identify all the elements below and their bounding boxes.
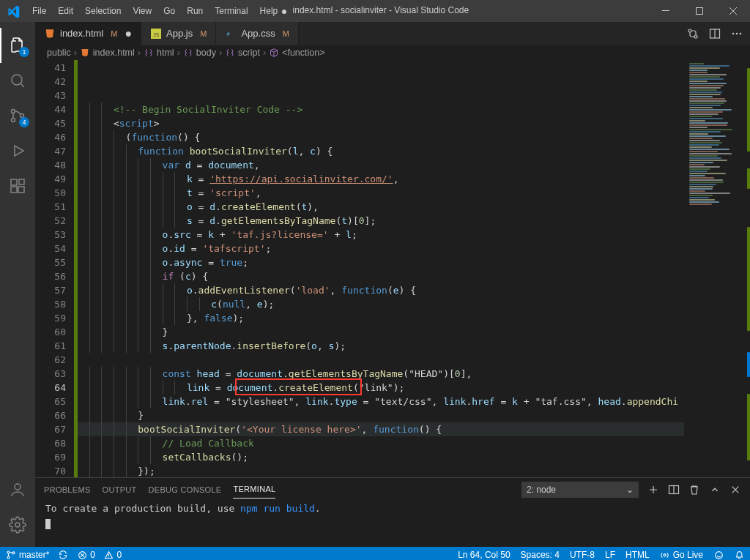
error-icon bbox=[77, 550, 87, 560]
terminal-cursor bbox=[45, 519, 51, 529]
svg-rect-0 bbox=[662, 10, 669, 11]
svg-point-19 bbox=[732, 33, 735, 35]
panel: PROBLEMS OUTPUT DEBUG CONSOLE TERMINAL 2… bbox=[35, 477, 750, 547]
svg-point-4 bbox=[12, 119, 15, 122]
code-area[interactable]: <!-- Begin SocialInviter Code --> <scrip… bbox=[76, 60, 684, 477]
maximize-panel-icon[interactable] bbox=[709, 484, 721, 496]
line-gutter: 4142434445464748495051525354555657585960… bbox=[35, 60, 76, 477]
more-actions-icon[interactable] bbox=[731, 28, 743, 40]
status-spaces[interactable]: Spaces: 4 bbox=[521, 550, 560, 560]
activity-settings[interactable] bbox=[0, 507, 35, 542]
bell-icon bbox=[734, 550, 744, 560]
vscode-logo-icon bbox=[0, 5, 26, 18]
svg-text:JS: JS bbox=[153, 31, 159, 37]
svg-point-10 bbox=[15, 484, 21, 490]
status-golive[interactable]: Go Live bbox=[660, 550, 703, 560]
menu-edit[interactable]: Edit bbox=[52, 0, 79, 22]
status-encoding[interactable]: UTF-8 bbox=[570, 550, 595, 560]
status-feedback[interactable] bbox=[713, 550, 724, 560]
status-bell[interactable] bbox=[734, 550, 744, 560]
activity-search[interactable] bbox=[0, 63, 35, 98]
status-language[interactable]: HTML bbox=[625, 550, 650, 560]
panel-tab-output[interactable]: OUTPUT bbox=[103, 481, 137, 499]
close-button[interactable] bbox=[716, 0, 750, 22]
status-eol[interactable]: LF bbox=[605, 550, 615, 560]
tab-dirty-icon: ● bbox=[125, 27, 132, 40]
editor-tabs: index.html M ● JS App.js M # App.css M bbox=[35, 22, 750, 45]
status-problems[interactable]: 0 0 bbox=[77, 550, 122, 560]
editor[interactable]: 4142434445464748495051525354555657585960… bbox=[35, 60, 750, 477]
menu-run[interactable]: Run bbox=[181, 0, 209, 22]
status-bar: master* 0 0 Ln 64, Col 50 Spaces: 4 UTF-… bbox=[0, 547, 750, 560]
title-bar: File Edit Selection View Go Run Terminal… bbox=[0, 0, 750, 22]
svg-text:#: # bbox=[227, 31, 231, 37]
tab-label: App.js bbox=[166, 28, 193, 39]
activity-scm[interactable]: 4 bbox=[0, 98, 35, 133]
panel-tab-debug[interactable]: DEBUG CONSOLE bbox=[149, 481, 222, 499]
cube-icon bbox=[269, 48, 279, 58]
branch-icon bbox=[6, 550, 16, 560]
tab-app-js[interactable]: JS App.js M bbox=[141, 22, 216, 45]
svg-point-25 bbox=[7, 556, 10, 559]
status-cursor[interactable]: Ln 64, Col 50 bbox=[458, 550, 510, 560]
status-sync[interactable] bbox=[58, 550, 68, 560]
tab-index-html[interactable]: index.html M ● bbox=[35, 22, 141, 45]
minimap[interactable] bbox=[684, 60, 750, 477]
activity-extensions[interactable] bbox=[0, 168, 35, 204]
activity-debug[interactable] bbox=[0, 133, 35, 168]
svg-rect-8 bbox=[18, 187, 24, 193]
split-editor-icon[interactable] bbox=[709, 28, 721, 40]
terminal-selector[interactable]: 2: node⌄ bbox=[521, 482, 639, 498]
breadcrumb[interactable]: public› index.html› html› body› script› … bbox=[35, 45, 750, 60]
menu-terminal[interactable]: Terminal bbox=[209, 0, 253, 22]
status-branch[interactable]: master* bbox=[6, 550, 49, 560]
close-panel-icon[interactable] bbox=[729, 484, 741, 496]
explorer-badge: 1 bbox=[19, 47, 29, 57]
split-terminal-icon[interactable] bbox=[668, 484, 680, 496]
svg-point-21 bbox=[740, 33, 742, 35]
svg-point-28 bbox=[664, 553, 666, 556]
svg-rect-1 bbox=[697, 8, 703, 15]
menu-help[interactable]: Help bbox=[254, 0, 284, 22]
compare-changes-icon[interactable] bbox=[687, 28, 699, 40]
menu-bar: File Edit Selection View Go Run Terminal… bbox=[26, 0, 283, 22]
activity-account[interactable] bbox=[0, 472, 35, 507]
editor-region: index.html M ● JS App.js M # App.css M bbox=[35, 22, 750, 547]
panel-tab-problems[interactable]: PROBLEMS bbox=[44, 481, 91, 499]
svg-rect-9 bbox=[19, 179, 24, 184]
symbol-icon bbox=[183, 48, 193, 58]
tabs-actions bbox=[687, 22, 750, 45]
svg-point-3 bbox=[12, 110, 15, 113]
svg-point-20 bbox=[736, 33, 738, 35]
minimize-button[interactable] bbox=[649, 0, 683, 22]
html-file-icon bbox=[80, 48, 90, 58]
svg-point-11 bbox=[15, 523, 20, 527]
svg-point-15 bbox=[688, 29, 691, 32]
svg-point-16 bbox=[694, 35, 697, 38]
svg-rect-6 bbox=[11, 179, 17, 185]
activity-explorer[interactable]: 1 bbox=[0, 28, 35, 63]
feedback-icon bbox=[713, 550, 724, 560]
panel-tabs: PROBLEMS OUTPUT DEBUG CONSOLE TERMINAL 2… bbox=[35, 478, 750, 501]
js-file-icon: JS bbox=[150, 28, 162, 40]
menu-view[interactable]: View bbox=[127, 0, 157, 22]
menu-file[interactable]: File bbox=[26, 0, 52, 22]
maximize-button[interactable] bbox=[683, 0, 716, 22]
new-terminal-icon[interactable] bbox=[647, 484, 659, 496]
panel-tab-terminal[interactable]: TERMINAL bbox=[233, 480, 275, 499]
symbol-icon bbox=[225, 48, 235, 58]
svg-point-24 bbox=[7, 551, 10, 553]
tab-modified-badge: M bbox=[283, 29, 289, 38]
tab-label: index.html bbox=[60, 28, 103, 39]
window-controls bbox=[649, 0, 750, 22]
tab-app-css[interactable]: # App.css M bbox=[216, 22, 298, 45]
menu-selection[interactable]: Selection bbox=[79, 0, 127, 22]
menu-go[interactable]: Go bbox=[157, 0, 181, 22]
svg-rect-7 bbox=[11, 187, 17, 193]
css-file-icon: # bbox=[225, 28, 237, 40]
tab-label: App.css bbox=[241, 28, 275, 39]
scm-badge: 4 bbox=[19, 117, 29, 127]
broadcast-icon bbox=[660, 550, 670, 560]
kill-terminal-icon[interactable] bbox=[688, 484, 700, 496]
terminal-output[interactable]: To create a production build, use npm ru… bbox=[35, 501, 750, 547]
